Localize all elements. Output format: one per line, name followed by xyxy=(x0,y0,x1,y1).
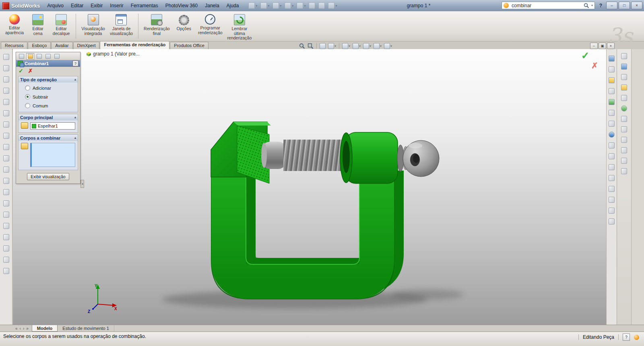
left-toolbar-icon[interactable] xyxy=(2,154,10,162)
left-toolbar-icon[interactable] xyxy=(2,53,10,61)
custom-properties-icon[interactable] xyxy=(620,115,628,123)
search-dropdown-icon[interactable]: ▾ xyxy=(591,4,593,7)
tab-modelo[interactable]: Modelo xyxy=(32,325,58,332)
options-quick-icon[interactable]: ▾ xyxy=(328,2,337,9)
solidworks-resources-icon[interactable] xyxy=(620,63,628,70)
quick-tips-icon[interactable] xyxy=(634,335,639,340)
ok-button[interactable]: ✓ xyxy=(19,68,23,74)
left-toolbar-icon[interactable] xyxy=(2,143,10,151)
right-toolbar-icon[interactable] xyxy=(608,76,615,84)
edit-scene-button[interactable]: Editar cena xyxy=(27,13,49,37)
hide-show-items-icon[interactable]: ▾ xyxy=(363,43,372,49)
design-library-icon[interactable] xyxy=(620,73,628,81)
radio-adicionar[interactable]: Adicionar xyxy=(25,85,75,91)
right-toolbar-icon[interactable] xyxy=(608,131,615,138)
panel-splitter-handle[interactable]: ◂ xyxy=(80,180,84,188)
zoom-area-icon[interactable] xyxy=(307,43,314,49)
right-toolbar-icon[interactable] xyxy=(608,66,615,73)
right-toolbar-icon[interactable] xyxy=(608,55,615,62)
task-pane-icon[interactable] xyxy=(620,136,628,144)
left-toolbar-icon[interactable] xyxy=(2,200,10,207)
left-toolbar-icon[interactable] xyxy=(2,132,10,140)
right-toolbar-icon[interactable] xyxy=(608,207,615,214)
edit-appearance-quick-icon[interactable]: ▾ xyxy=(373,43,382,49)
edit-decal-button[interactable]: Editar decalque xyxy=(50,13,72,37)
integrated-preview-button[interactable]: Visualização integrada xyxy=(79,13,107,37)
tab-avaliar[interactable]: Avaliar xyxy=(51,42,72,49)
radio-comum[interactable]: Comum xyxy=(25,103,75,108)
right-toolbar-icon[interactable] xyxy=(608,196,615,204)
maximize-button[interactable]: □ xyxy=(619,2,630,9)
left-toolbar-icon[interactable] xyxy=(2,188,10,196)
left-toolbar-icon[interactable] xyxy=(2,177,10,185)
left-toolbar-icon[interactable] xyxy=(2,233,10,241)
minimize-button[interactable]: – xyxy=(606,2,617,9)
help-button[interactable]: ? xyxy=(599,3,602,8)
confirmation-corner-ok-icon[interactable]: ✓ xyxy=(581,50,589,61)
bodies-selection-box[interactable] xyxy=(30,143,75,167)
right-toolbar-icon[interactable] xyxy=(608,174,615,182)
search-input[interactable] xyxy=(511,2,582,9)
task-pane-icon[interactable] xyxy=(620,126,628,133)
search-magnifier-icon[interactable] xyxy=(584,3,589,8)
tab-esboco[interactable]: Esboço xyxy=(28,42,51,49)
right-toolbar-icon[interactable] xyxy=(608,142,615,149)
tab-recursos[interactable]: Recursos xyxy=(1,42,27,49)
previous-view-icon[interactable] xyxy=(319,43,326,49)
left-toolbar-icon[interactable] xyxy=(2,76,10,83)
menu-editar[interactable]: Editar xyxy=(68,2,87,10)
menu-ajuda[interactable]: Ajuda xyxy=(223,2,242,10)
right-toolbar-icon[interactable] xyxy=(608,185,615,193)
doc-restore-button[interactable]: ▣ xyxy=(599,43,606,49)
dimxpert-manager-tab[interactable] xyxy=(44,53,52,60)
show-preview-button[interactable]: Exibir visualização xyxy=(27,173,69,180)
left-toolbar-icon[interactable] xyxy=(2,109,10,117)
task-pane-icon[interactable] xyxy=(620,157,628,165)
operation-type-header[interactable]: Tipo de operação ▴ xyxy=(19,76,78,82)
right-toolbar-icon[interactable] xyxy=(608,98,615,106)
edit-appearance-button[interactable]: Editar aparência xyxy=(3,13,26,36)
file-explorer-icon[interactable] xyxy=(620,84,628,91)
search-box[interactable]: ▾ xyxy=(502,2,595,9)
last-tab-button[interactable]: » xyxy=(26,326,29,331)
left-toolbar-icon[interactable] xyxy=(2,98,10,106)
menu-exibir[interactable]: Exibir xyxy=(87,2,106,10)
close-button[interactable]: × xyxy=(631,2,642,9)
tab-ferramentas-renderizacao[interactable]: Ferramentas de renderização xyxy=(100,41,169,49)
task-pane-icon[interactable] xyxy=(620,146,628,154)
final-render-button[interactable]: Renderização final xyxy=(142,13,172,37)
apply-scene-icon[interactable]: ▾ xyxy=(384,43,392,49)
task-pane-icon[interactable] xyxy=(620,167,628,175)
zoom-fit-icon[interactable] xyxy=(299,43,305,49)
left-toolbar-icon[interactable] xyxy=(2,64,10,72)
view-orientation-icon[interactable]: ▾ xyxy=(342,43,351,49)
right-toolbar-icon[interactable] xyxy=(608,120,615,128)
doc-minimize-button[interactable]: – xyxy=(590,43,598,49)
right-toolbar-icon[interactable] xyxy=(608,218,615,225)
status-help-button[interactable]: ? xyxy=(623,334,630,341)
radio-subtrair[interactable]: Subtrair xyxy=(25,94,75,99)
menu-arquivo[interactable]: Arquivo xyxy=(44,2,67,10)
confirmation-corner-cancel-icon[interactable]: ✗ xyxy=(591,61,598,70)
menu-janela[interactable]: Janela xyxy=(202,2,222,10)
doc-close-button[interactable]: × xyxy=(607,43,615,49)
display-style-icon[interactable]: ▾ xyxy=(352,43,361,49)
display-manager-tab[interactable] xyxy=(53,53,61,60)
right-toolbar-icon[interactable] xyxy=(608,163,615,171)
schedule-render-button[interactable]: Programar renderização xyxy=(196,13,225,36)
left-toolbar-icon[interactable] xyxy=(2,211,10,218)
menu-inserir[interactable]: Inserir xyxy=(107,2,126,10)
section-view-icon[interactable]: ▾ xyxy=(328,43,336,49)
appearances-scenes-icon[interactable] xyxy=(620,105,628,112)
breadcrumb[interactable]: grampo 1 (Valor pre... xyxy=(86,51,140,57)
collapse-chevron-icon[interactable]: ▴ xyxy=(74,115,76,119)
view-palette-icon[interactable] xyxy=(620,94,628,102)
configuration-manager-tab[interactable] xyxy=(35,53,43,60)
tab-estudo-movimento[interactable]: Estudo de movimento 1 xyxy=(58,325,114,332)
right-toolbar-icon[interactable] xyxy=(608,87,615,95)
menu-ferramentas[interactable]: Ferramentas xyxy=(128,2,161,10)
left-toolbar-icon[interactable] xyxy=(2,245,10,252)
menu-photoview[interactable]: PhotoView 360 xyxy=(162,2,201,10)
collapse-chevron-icon[interactable]: ▴ xyxy=(74,78,76,81)
preview-window-button[interactable]: Janela de visualização xyxy=(108,13,135,37)
